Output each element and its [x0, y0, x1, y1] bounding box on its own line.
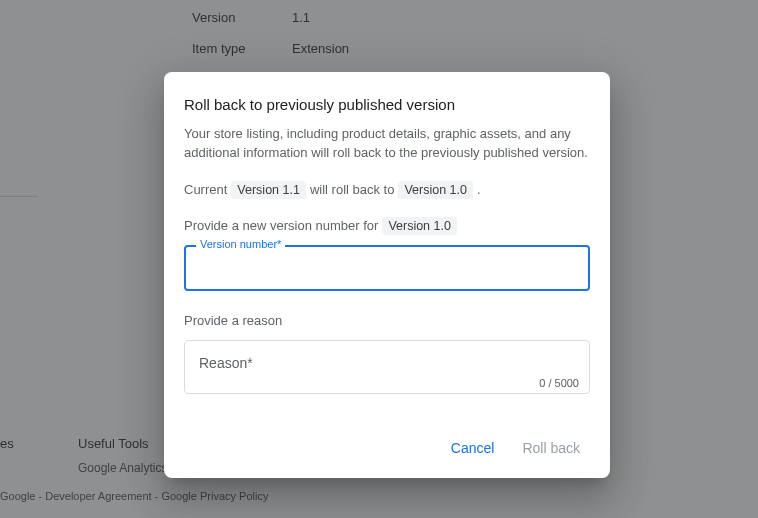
- version-prompt: Provide a new version number for: [184, 218, 378, 233]
- target-version-chip: Version 1.0: [398, 181, 473, 199]
- version-field-label: Version number*: [196, 238, 285, 250]
- reason-input-container: 0 / 5000: [184, 340, 590, 394]
- dialog-description: Your store listing, including product de…: [184, 125, 590, 163]
- summary-period: .: [477, 182, 481, 197]
- reason-char-count: 0 / 5000: [539, 377, 579, 389]
- version-prompt-line: Provide a new version number for Version…: [184, 217, 590, 235]
- dialog-title: Roll back to previously published versio…: [184, 96, 590, 113]
- current-version-chip: Version 1.1: [231, 181, 306, 199]
- rollback-dialog: Roll back to previously published versio…: [164, 72, 610, 478]
- version-target-chip: Version 1.0: [382, 217, 457, 235]
- rollback-button[interactable]: Roll back: [512, 432, 590, 464]
- summary-middle: will roll back to: [310, 182, 395, 197]
- version-input-container: Version number*: [184, 245, 590, 291]
- version-number-input[interactable]: [184, 245, 590, 291]
- version-number-section: Provide a new version number for Version…: [184, 217, 590, 291]
- cancel-button[interactable]: Cancel: [441, 432, 505, 464]
- reason-textarea[interactable]: [185, 341, 589, 393]
- dialog-actions: Cancel Roll back: [184, 432, 590, 464]
- reason-section: Provide a reason 0 / 5000: [184, 313, 590, 394]
- rollback-summary: Current Version 1.1 will roll back to Ve…: [184, 181, 590, 199]
- reason-prompt: Provide a reason: [184, 313, 590, 328]
- summary-prefix: Current: [184, 182, 227, 197]
